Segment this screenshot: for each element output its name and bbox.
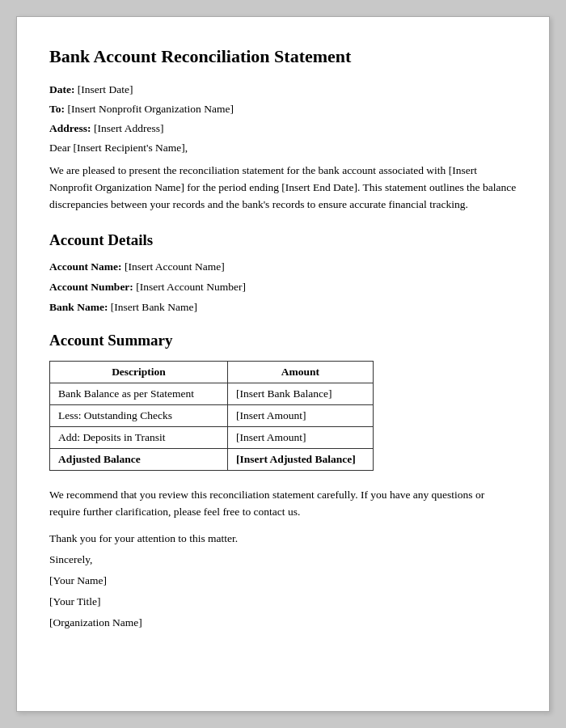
account-number-value: [Insert Account Number]	[136, 281, 246, 293]
account-number-label: Account Number:	[49, 281, 133, 293]
address-label: Address:	[49, 122, 91, 134]
col-amount-header: Amount	[228, 361, 374, 383]
account-summary-section: Account Summary Description Amount Bank …	[49, 332, 517, 471]
account-name-line: Account Name: [Insert Account Name]	[49, 260, 517, 273]
address-value: [Insert Address]	[94, 122, 164, 134]
review-note: We recommend that you review this reconc…	[49, 487, 517, 521]
date-label: Date:	[49, 83, 74, 95]
thanks-line: Thank you for your attention to this mat…	[49, 532, 517, 545]
salutation: Dear [Insert Recipient's Name],	[49, 142, 517, 154]
table-cell-amount: [Insert Amount]	[228, 404, 374, 426]
address-line: Address: [Insert Address]	[49, 122, 517, 135]
table-cell-amount: [Insert Adjusted Balance]	[228, 448, 374, 470]
table-header-row: Description Amount	[50, 361, 374, 383]
table-row: Adjusted Balance[Insert Adjusted Balance…	[50, 448, 374, 470]
table-cell-amount: [Insert Amount]	[228, 426, 374, 448]
table-row: Bank Balance as per Statement[Insert Ban…	[50, 383, 374, 404]
account-details-heading: Account Details	[49, 231, 517, 249]
closing-line: Sincerely,	[49, 553, 517, 566]
signer-title: [Your Title]	[49, 595, 517, 608]
table-cell-description: Less: Outstanding Checks	[50, 404, 228, 426]
table-cell-description: Adjusted Balance	[50, 448, 228, 470]
table-cell-description: Add: Deposits in Transit	[50, 426, 228, 448]
to-line: To: [Insert Nonprofit Organization Name]	[49, 103, 517, 116]
intro-paragraph: We are pleased to present the reconcilia…	[49, 163, 517, 214]
table-cell-description: Bank Balance as per Statement	[50, 383, 228, 404]
account-details-section: Account Details Account Name: [Insert Ac…	[49, 231, 517, 314]
org-name: [Organization Name]	[49, 616, 517, 629]
document-title: Bank Account Reconciliation Statement	[49, 46, 517, 67]
table-row: Less: Outstanding Checks[Insert Amount]	[50, 404, 374, 426]
summary-table: Description Amount Bank Balance as per S…	[49, 361, 374, 471]
account-number-line: Account Number: [Insert Account Number]	[49, 281, 517, 294]
account-summary-heading: Account Summary	[49, 332, 517, 349]
bank-name-value: [Insert Bank Name]	[111, 301, 197, 313]
document-container: Bank Account Reconciliation Statement Da…	[16, 16, 550, 712]
account-name-value: [Insert Account Name]	[125, 260, 225, 273]
bank-name-line: Bank Name: [Insert Bank Name]	[49, 301, 517, 314]
signer-name: [Your Name]	[49, 574, 517, 587]
table-cell-amount: [Insert Bank Balance]	[228, 383, 374, 404]
table-row: Add: Deposits in Transit[Insert Amount]	[50, 426, 374, 448]
to-label: To:	[49, 103, 65, 115]
to-value: [Insert Nonprofit Organization Name]	[67, 103, 234, 115]
account-name-label: Account Name:	[49, 260, 122, 273]
col-description-header: Description	[50, 361, 228, 383]
bank-name-label: Bank Name:	[49, 301, 108, 313]
date-value: [Insert Date]	[78, 83, 133, 95]
date-line: Date: [Insert Date]	[49, 83, 517, 96]
